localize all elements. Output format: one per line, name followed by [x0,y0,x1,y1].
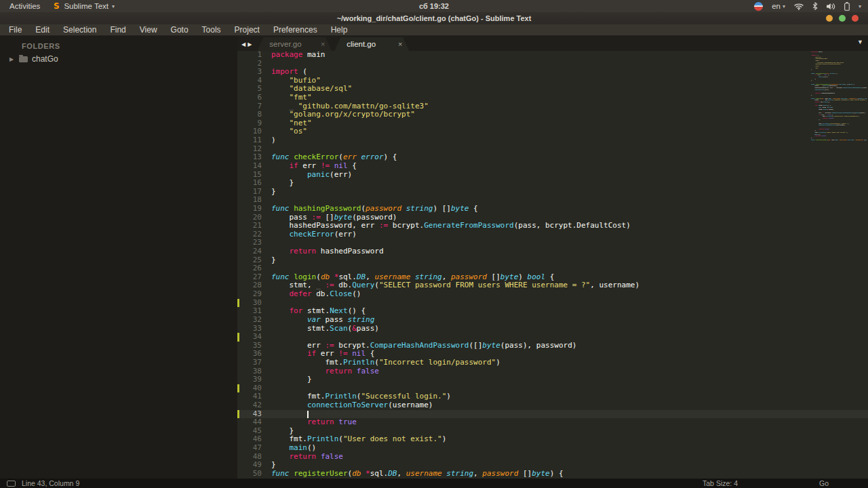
line-number: 8 [237,110,262,119]
line-number: 47 [237,444,262,453]
code-line[interactable]: 10 "os" [237,127,868,136]
close-button[interactable] [852,15,859,22]
volume-icon[interactable] [827,3,835,10]
code-line[interactable]: 42 connectionToServer(username) [237,401,868,410]
code-line[interactable]: 3import ( [237,68,868,77]
editor: ◀ ▶ server.go×client.go× ▼ 1package main… [237,36,868,479]
code-area[interactable]: 1package main23import (4 "bufio"5 "datab… [237,51,868,479]
menu-help[interactable]: Help [324,25,355,35]
sublime-logo-icon: S [52,2,60,10]
tab-overflow-icon[interactable]: ▼ [857,39,863,45]
code-line[interactable]: 2 [237,60,868,68]
gutter-marker [237,384,239,393]
syntax-indicator[interactable]: Go [819,479,829,487]
code-line[interactable]: 46 fmt.Println("User does not exist.") [237,435,868,444]
line-number: 39 [237,375,262,384]
folder-icon [19,56,28,62]
tab-server.go[interactable]: server.go× [257,37,332,51]
line-number: 32 [237,316,262,325]
line-number: 16 [237,179,262,188]
tab-client.go[interactable]: client.go× [334,37,409,51]
code-line[interactable]: 50func registerUser(db *sql.DB, username… [237,470,868,479]
status-bar: Line 43, Column 9 Tab Size: 4 Go [0,479,868,488]
code-line[interactable]: 38 return false [237,367,868,376]
tab-bar: ◀ ▶ server.go×client.go× ▼ [237,36,868,51]
wifi-icon[interactable] [794,3,804,10]
code-line[interactable]: 16 } [237,179,868,188]
code-line[interactable]: 15 panic(err) [237,171,868,180]
tab-label: client.go [347,40,394,48]
line-number: 1 [237,51,262,60]
text-caret [307,411,309,418]
expand-arrow-icon[interactable]: ▶ [9,56,15,62]
tab-close-icon[interactable]: × [317,40,325,48]
cursor-position: Line 43, Column 9 [22,479,79,487]
line-number: 37 [237,359,262,367]
folders-header: FOLDERS [0,36,237,53]
line-number: 19 [237,205,262,214]
line-number: 26 [237,264,262,273]
code-line[interactable]: 24 return hashedPassword [237,247,868,256]
code-line[interactable]: 11) [237,136,868,145]
gutter-marker [237,299,239,308]
line-number: 29 [237,290,262,299]
line-number: 21 [237,222,262,230]
tab-close-icon[interactable]: × [394,40,402,48]
menu-find[interactable]: Find [103,25,132,35]
code-line[interactable]: 25} [237,256,868,265]
menu-selection[interactable]: Selection [56,25,103,35]
sidebar-folder-chatGo[interactable]: ▶chatGo [0,53,237,65]
line-number: 14 [237,162,262,171]
line-number: 34 [237,333,262,342]
app-menu-label: Sublime Text [64,2,108,10]
menu-view[interactable]: View [133,25,164,35]
code-line[interactable]: 44 return true [237,418,868,427]
code-line[interactable]: 39 } [237,375,868,384]
app-menu[interactable]: S Sublime Text ▾ [52,2,115,10]
tab-size-indicator[interactable]: Tab Size: 4 [703,479,738,487]
keyboard-layout-label: en [772,2,781,10]
menu-tools[interactable]: Tools [195,25,228,35]
chevron-down-icon[interactable]: ▾ [859,3,861,9]
battery-icon[interactable] [844,2,850,11]
code-line[interactable]: 1package main [237,51,868,60]
keyboard-layout-indicator[interactable]: en ▾ [772,2,785,10]
code-line[interactable]: 22 checkError(err) [237,230,868,239]
menu-project[interactable]: Project [228,25,267,35]
recorder-indicator-icon[interactable] [754,2,763,11]
panel-toggle-icon[interactable] [7,481,16,487]
code-line[interactable]: 33 stmt.Scan(&pass) [237,325,868,333]
menu-goto[interactable]: Goto [164,25,195,35]
menu-file[interactable]: File [2,25,28,35]
maximize-button[interactable] [839,15,846,22]
tab-label: server.go [269,40,317,48]
minimap[interactable]: 1package main23import (4 "bufio"5 "datab… [811,51,867,159]
line-number: 50 [237,470,262,479]
clock[interactable]: сб 19:32 [0,2,868,10]
line-number: 31 [237,307,262,316]
window-title: ~/working_dir/chatGo/client.go (chatGo) … [0,14,868,22]
tab-scroll-left-icon[interactable]: ◀ [241,41,245,47]
code-line[interactable]: 8 "golang.org/x/crypto/bcrypt" [237,110,868,119]
code-line[interactable]: 9 "net" [237,119,868,128]
code-line[interactable]: 17} [237,188,868,197]
chevron-down-icon: ▾ [112,3,115,9]
code-line[interactable]: 29 defer db.Close() [237,290,868,299]
chevron-down-icon: ▾ [783,3,785,9]
desktop: Activities S Sublime Text ▾ сб 19:32 en … [0,0,868,488]
code-line[interactable]: 50func registerUser(db *sql.DB, username… [811,139,867,141]
activities-button[interactable]: Activities [7,2,43,10]
menu-preferences[interactable]: Preferences [267,25,324,35]
gutter-marker [237,333,239,342]
code-line[interactable]: 48 return false [237,453,868,462]
minimize-button[interactable] [826,15,833,22]
window-title-bar[interactable]: ~/working_dir/chatGo/client.go (chatGo) … [0,12,868,24]
tab-scroll-right-icon[interactable]: ▶ [248,41,252,47]
folder-name: chatGo [32,54,58,64]
line-number: 49 [237,461,262,470]
bluetooth-icon[interactable] [812,2,818,10]
code-line[interactable]: 5 "database/sql" [237,85,868,94]
gnome-top-panel: Activities S Sublime Text ▾ сб 19:32 en … [0,0,868,12]
gutter-marker [237,410,239,419]
menu-edit[interactable]: Edit [28,25,56,35]
